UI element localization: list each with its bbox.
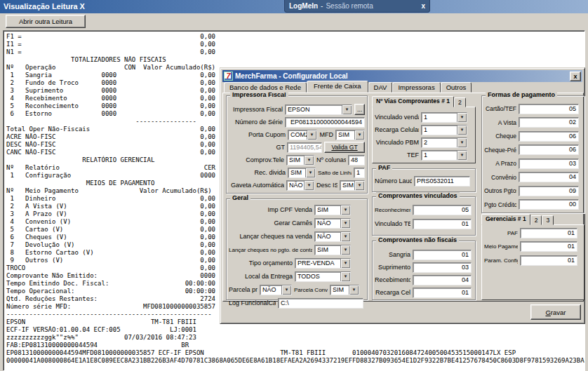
impressora-fiscal-group: Impressora Fiscal Impressora FiscalEPSON…	[226, 95, 368, 194]
param-config-input[interactable]: 01	[520, 255, 577, 266]
configurador-local-dialog: 7 MerchFarma - Configurador Local x Banc…	[220, 67, 585, 324]
lancar-cheques-venda-select-value: NÃO	[315, 232, 340, 241]
chevron-down-icon[interactable]: ▼	[457, 126, 467, 135]
chevron-down-icon[interactable]: ▼	[340, 219, 350, 228]
vinculado-pbm-select[interactable]: 2▼	[421, 137, 467, 148]
rec-divida-select[interactable]: SIM▼	[288, 168, 316, 178]
chevron-down-icon[interactable]: ▼	[354, 130, 364, 140]
impressora-fiscal-select[interactable]: EPSON▼	[285, 104, 352, 115]
outros-pgtos-input[interactable]: 09	[519, 186, 579, 196]
chevron-down-icon[interactable]: ▼	[349, 285, 359, 295]
comprov-tele-select[interactable]: SIM▼	[286, 155, 314, 166]
parcela-prazo-select[interactable]: NÃO▼	[260, 285, 292, 295]
lancar-cheques-venda-select[interactable]: NÃO▼	[314, 231, 351, 242]
tipo-orcamento-select[interactable]: PRE-VENDA▼	[295, 258, 351, 269]
tef-select-value: 1	[422, 151, 457, 160]
convenio-input[interactable]: 04	[519, 172, 579, 182]
chevron-down-icon[interactable]: ▼	[457, 151, 467, 160]
minitab-3[interactable]: 3	[542, 215, 554, 225]
desc-iss-select[interactable]: SIM▼	[340, 180, 365, 191]
parcela-conv-select[interactable]: SIM▼	[330, 285, 359, 295]
chevron-down-icon[interactable]: ▼	[304, 181, 314, 190]
tab-dav[interactable]: DAV	[368, 82, 393, 93]
pgto-credito-label: Pgto Crédito	[484, 201, 516, 208]
salto-linha-label: Salto de Linha	[318, 170, 352, 176]
chevron-down-icon[interactable]: ▼	[340, 245, 350, 255]
gerar-carnes-select[interactable]: NÃO▼	[314, 218, 351, 229]
chevron-down-icon[interactable]: ▼	[305, 168, 315, 177]
cheque-pre-input[interactable]: 06	[519, 144, 579, 155]
chevron-down-icon[interactable]: ▼	[342, 105, 352, 114]
sangria-input[interactable]: 01	[413, 250, 472, 260]
tab-outros[interactable]: Outros	[441, 82, 472, 93]
mfd-select[interactable]: SIM▼	[335, 130, 365, 140]
num-colunas-input[interactable]: 48	[348, 155, 365, 166]
reconhecimento-input[interactable]: 05	[413, 205, 472, 215]
suprimento-input[interactable]: 03	[413, 262, 472, 273]
tab-banco-de-dados-e-rede[interactable]: Banco de dados e Rede	[224, 82, 307, 93]
a-vista-input[interactable]: 02	[519, 117, 579, 128]
chevron-down-icon[interactable]: ▼	[457, 113, 467, 122]
chevron-down-icon[interactable]: ▼	[307, 130, 316, 140]
minitab-n-vias-comprovantes-1[interactable]: Nº Vias Comprovantes # 1	[372, 96, 454, 107]
salto-linha-input[interactable]: 1	[354, 168, 365, 178]
cheque-label: Cheque	[484, 133, 516, 140]
lancar-cheques-pgto-select[interactable]: SIM▼	[314, 245, 351, 255]
recarga-celular-select[interactable]: 1▼	[421, 125, 467, 135]
numero-laudo-label: Número Laudo	[375, 177, 412, 184]
vias-comprovantes-tabs: Nº Vias Comprovantes # 12	[372, 96, 466, 107]
imp-cpf-venda-select[interactable]: SIM▼	[314, 205, 351, 215]
comprovantes-nao-fiscais-group: Comprovantes não fiscais Sangria01Suprim…	[372, 241, 476, 300]
minitab-gerenciais-1[interactable]: Gerenciais # 1	[481, 214, 530, 225]
comprov-tele-label: Comprov.Tele	[231, 156, 284, 163]
logmein-brand: LogMeIn	[289, 0, 318, 12]
numero-laudo-input[interactable]: PRS0532011	[414, 176, 470, 187]
numero-serie-input[interactable]: EP081310000000044594	[285, 117, 365, 128]
minitab-2[interactable]: 2	[530, 215, 542, 225]
local-entrega-select[interactable]: TODOS▼	[295, 271, 351, 282]
tef-select[interactable]: 1▼	[421, 150, 467, 161]
chevron-down-icon[interactable]: ▼	[281, 285, 291, 295]
tab-frente-de-caixa[interactable]: Frente de Caixa	[307, 81, 368, 93]
gravar-rest: ravar	[551, 309, 566, 316]
chevron-down-icon[interactable]: ▼	[304, 156, 314, 165]
chevron-down-icon[interactable]: ▼	[457, 138, 467, 147]
vinculado-venda-select[interactable]: 1▼	[421, 112, 467, 123]
chevron-down-icon[interactable]: ▼	[354, 181, 364, 190]
chevron-down-icon[interactable]: ▼	[340, 272, 350, 281]
gaveta-automatica-select[interactable]: NÃO▼	[286, 180, 314, 191]
cartao-tef-input[interactable]: 05	[519, 104, 579, 114]
abrir-outra-leitura-button[interactable]: Abrir outra Leitura	[6, 15, 86, 28]
imp-cpf-venda-label: Imp CPF Venda	[229, 206, 312, 213]
dialog-titlebar[interactable]: 7 MerchFarma - Configurador Local x	[222, 70, 582, 82]
chevron-down-icon[interactable]: ▼	[340, 205, 350, 215]
cheque-input[interactable]: 06	[519, 131, 579, 142]
log-funcionalcard-input[interactable]: C:\	[278, 298, 363, 309]
num-colunas-label: Nº colunas	[316, 156, 346, 163]
chevron-down-icon[interactable]: ▼	[340, 259, 350, 268]
vinculado-tef-label: Vinculado TEF	[375, 220, 410, 227]
browse-printer-button[interactable]: ...	[354, 104, 365, 115]
pgto-credito-input[interactable]: 00	[519, 199, 579, 210]
vinculado-tef-input[interactable]: 01	[413, 219, 472, 229]
dialog-close-button[interactable]: x	[570, 72, 581, 81]
recebimento-input[interactable]: 04	[413, 275, 472, 285]
logmein-close-icon[interactable]: x	[421, 0, 425, 12]
valida-gt-button[interactable]: Valida GT	[324, 142, 365, 153]
porta-cupom-select[interactable]: COM2▼	[288, 130, 317, 140]
a-prazo-input[interactable]: 03	[519, 158, 579, 169]
chevron-down-icon[interactable]: ▼	[340, 232, 350, 241]
mfd-select-value: SIM	[336, 130, 354, 140]
porta-cupom-select-value: COM2	[288, 130, 307, 140]
mfd-label: MFD	[319, 131, 333, 138]
rec-divida-select-value: SIM	[288, 168, 305, 177]
local-entrega-select-value: TODOS	[295, 272, 340, 281]
meio-pagamento-input[interactable]: 01	[520, 241, 577, 252]
sangria-label: Sangria	[375, 251, 410, 258]
recarga-cel-input[interactable]: 01	[413, 288, 472, 298]
minitab-2[interactable]: 2	[454, 97, 466, 107]
main-window-toolbar: Abrir outra Leitura	[0, 13, 588, 30]
gerencial-paf-input[interactable]: 01	[520, 228, 577, 238]
gravar-button[interactable]: Gravar	[530, 304, 581, 320]
tab-impressoras[interactable]: Impressoras	[392, 82, 440, 93]
